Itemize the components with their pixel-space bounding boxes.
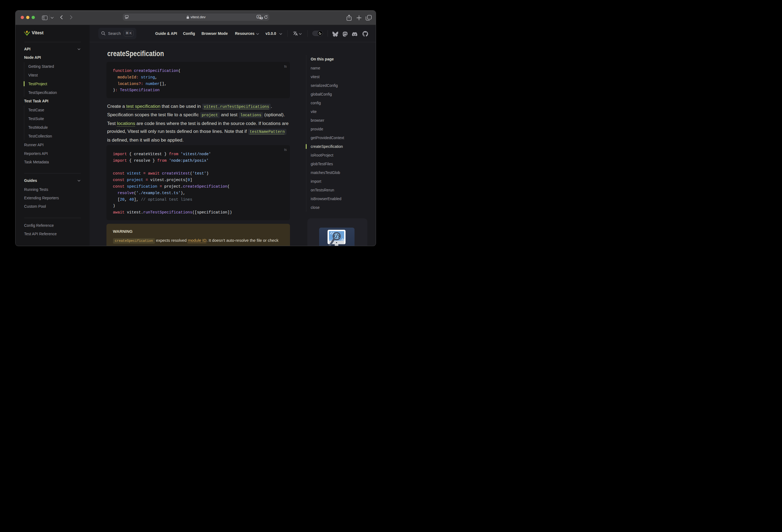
svg-text:文: 文 bbox=[260, 16, 262, 19]
svg-text:A: A bbox=[258, 15, 260, 18]
